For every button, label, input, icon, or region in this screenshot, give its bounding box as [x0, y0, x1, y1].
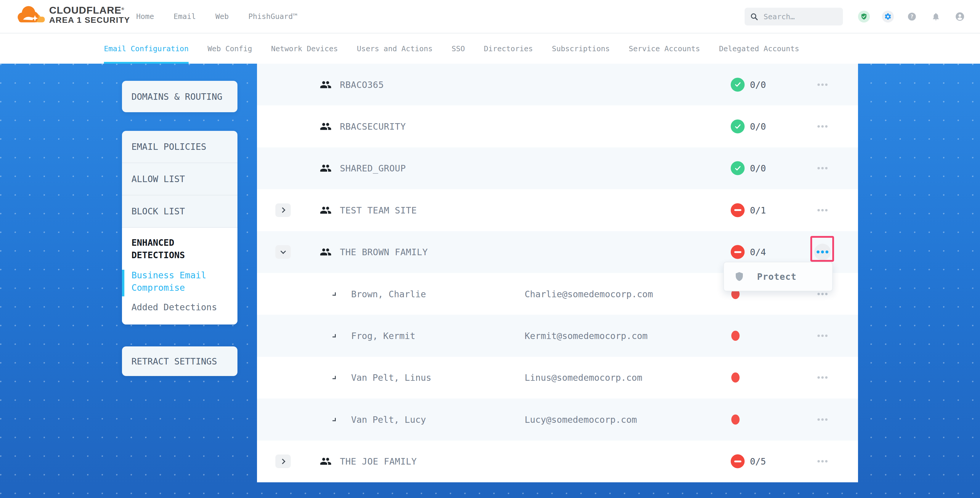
- menu-item-label: Protect: [757, 272, 796, 282]
- header-icons: ?: [858, 0, 966, 33]
- gear-icon[interactable]: [882, 11, 894, 22]
- section-tabs: Email Configuration Web Config Network D…: [0, 33, 980, 64]
- sidebar-item-block-list[interactable]: BLOCK LIST: [122, 196, 237, 228]
- protection-count: 0/0: [750, 80, 766, 90]
- chevron-right-icon: [332, 418, 336, 421]
- brand-subtitle: AREA 1 SECURITY: [49, 15, 130, 25]
- nav-email[interactable]: Email: [173, 12, 196, 21]
- shield-icon: [734, 271, 745, 282]
- tab-email-configuration[interactable]: Email Configuration: [104, 33, 189, 64]
- table-row-group: RBACO365 0/0: [257, 64, 858, 105]
- status-blocked-icon: [731, 203, 745, 217]
- chevron-right-icon: [332, 292, 336, 296]
- row-menu-button[interactable]: [818, 167, 827, 169]
- brand-name: CLOUDFLARE®: [49, 3, 130, 15]
- shield-check-icon[interactable]: [858, 11, 870, 22]
- user-email: Charlie@somedemocorp.com: [525, 289, 653, 299]
- row-menu-button[interactable]: [818, 209, 827, 212]
- table-row-user: Frog, Kermit Kermit@somedemocorp.com: [257, 315, 858, 356]
- sidebar-item-added-detections[interactable]: Added Detections: [132, 301, 237, 313]
- group-name: TEST TEAM SITE: [340, 205, 417, 215]
- status-blocked-dot: [731, 415, 740, 425]
- group-icon: [320, 455, 332, 467]
- row-menu-button[interactable]: [818, 293, 827, 295]
- group-icon: [320, 246, 332, 258]
- table-row-group: TEST TEAM SITE 0/1: [257, 189, 858, 231]
- tab-network-devices[interactable]: Network Devices: [271, 33, 338, 64]
- sidebar-policies-card: EMAIL POLICIES ALLOW LIST BLOCK LIST ENH…: [122, 131, 237, 325]
- expand-button[interactable]: [275, 455, 291, 468]
- search-input[interactable]: [763, 12, 834, 21]
- group-icon: [320, 121, 332, 132]
- row-menu-button[interactable]: [818, 83, 827, 86]
- status-ok-icon: [731, 119, 745, 134]
- sidebar-item-enhanced-detections[interactable]: ENHANCED DETECTIONS: [132, 237, 208, 261]
- annotation-highlight: [810, 236, 834, 262]
- tab-web-config[interactable]: Web Config: [208, 33, 252, 64]
- tab-subscriptions[interactable]: Subscriptions: [552, 33, 610, 64]
- group-icon: [320, 79, 332, 91]
- chevron-down-icon: [280, 249, 286, 254]
- nav-web[interactable]: Web: [215, 12, 229, 21]
- nav-home[interactable]: Home: [136, 12, 154, 21]
- sidebar-item-retract-settings[interactable]: RETRACT SETTINGS: [122, 347, 237, 376]
- group-name: RBACSECURITY: [340, 121, 406, 132]
- registered-mark: ®: [121, 7, 124, 11]
- search-icon: [750, 13, 758, 21]
- app-header: CLOUDFLARE® AREA 1 SECURITY Home Email W…: [0, 0, 980, 33]
- nav-phishguard[interactable]: PhishGuard™: [248, 12, 298, 21]
- bell-icon[interactable]: [930, 11, 942, 22]
- group-icon: [320, 162, 332, 174]
- user-name: Brown, Charlie: [351, 289, 426, 299]
- svg-text:?: ?: [910, 14, 913, 19]
- status-blocked-icon: [731, 245, 745, 259]
- sidebar-item-email-policies[interactable]: EMAIL POLICIES: [122, 131, 237, 163]
- sidebar-section-enhanced-detections: ENHANCED DETECTIONS Business Email Compr…: [122, 228, 237, 325]
- protection-count: 0/0: [750, 121, 766, 132]
- page-background: DOMAINS & ROUTING EMAIL POLICIES ALLOW L…: [0, 64, 980, 498]
- sidebar-item-allow-list[interactable]: ALLOW LIST: [122, 163, 237, 196]
- status-blocked-dot: [731, 331, 740, 341]
- sidebar-item-business-email-compromise[interactable]: Business Email Compromise: [132, 269, 212, 294]
- cloudflare-logo: CLOUDFLARE® AREA 1 SECURITY: [17, 3, 130, 25]
- row-menu-button[interactable]: [818, 334, 827, 337]
- table-row-group: SHARED_GROUP 0/0: [257, 148, 858, 189]
- top-navigation: Home Email Web PhishGuard™: [136, 0, 297, 33]
- table-row-group: RBACSECURITY 0/0: [257, 105, 858, 147]
- status-blocked-dot: [731, 372, 740, 382]
- tab-sso[interactable]: SSO: [452, 33, 465, 64]
- tab-delegated-accounts[interactable]: Delegated Accounts: [719, 33, 799, 64]
- chevron-right-icon: [280, 208, 285, 213]
- expand-button[interactable]: [275, 204, 291, 217]
- tab-users-and-actions[interactable]: Users and Actions: [357, 33, 433, 64]
- table-row-group: THE JOE FAMILY 0/5: [257, 441, 858, 482]
- status-ok-icon: [731, 78, 745, 91]
- group-name: THE BROWN FAMILY: [340, 247, 428, 257]
- user-name: Frog, Kermit: [351, 331, 415, 341]
- menu-item-protect[interactable]: Protect: [724, 263, 832, 291]
- protection-count: 0/5: [750, 456, 766, 467]
- collapse-button[interactable]: [275, 245, 291, 259]
- protection-count: 0/0: [750, 163, 766, 173]
- search-box[interactable]: [745, 8, 843, 25]
- help-icon[interactable]: ?: [906, 11, 918, 22]
- active-indicator-bar: [122, 270, 124, 296]
- sidebar-item-domains-routing[interactable]: DOMAINS & ROUTING: [122, 81, 237, 112]
- user-avatar-icon[interactable]: [954, 11, 966, 22]
- chevron-right-icon: [332, 334, 336, 337]
- group-name: SHARED_GROUP: [340, 163, 406, 173]
- group-name: RBACO365: [340, 80, 384, 90]
- protection-count: 0/4: [750, 247, 766, 257]
- row-menu-button[interactable]: [818, 376, 827, 379]
- tab-directories[interactable]: Directories: [484, 33, 533, 64]
- row-menu-button[interactable]: [818, 460, 827, 463]
- cloudflare-cloud-icon: [17, 4, 47, 24]
- tab-service-accounts[interactable]: Service Accounts: [629, 33, 700, 64]
- group-icon: [320, 204, 332, 216]
- row-menu-button[interactable]: [818, 418, 827, 421]
- row-menu-button[interactable]: [818, 125, 827, 127]
- user-name: Van Pelt, Linus: [351, 372, 431, 383]
- chevron-right-icon: [280, 458, 285, 464]
- table-row-user: Van Pelt, Lucy Lucy@somedemocorp.com: [257, 399, 858, 440]
- user-email: Kermit@somedemocorp.com: [525, 331, 648, 341]
